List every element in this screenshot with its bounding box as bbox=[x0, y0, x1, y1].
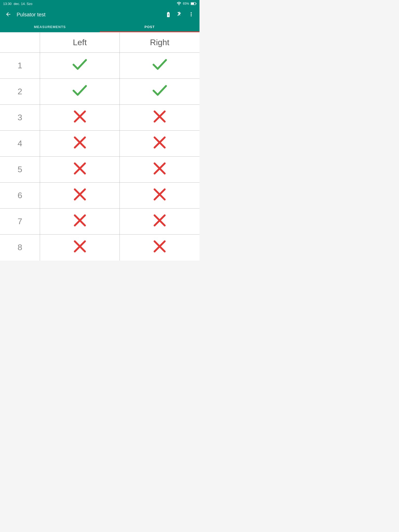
app-title: Pulsator test bbox=[17, 12, 161, 18]
tab-post[interactable]: POST bbox=[100, 22, 200, 32]
right-result bbox=[120, 53, 200, 79]
checkmark-icon bbox=[152, 57, 168, 72]
row-number: 2 bbox=[0, 79, 40, 105]
right-result bbox=[120, 209, 200, 235]
row-number: 4 bbox=[0, 131, 40, 157]
crossmark-icon bbox=[73, 161, 87, 176]
header-right: Right bbox=[120, 32, 200, 53]
bluetooth-off-icon bbox=[177, 11, 182, 17]
right-result bbox=[120, 131, 200, 157]
left-result bbox=[40, 53, 120, 79]
row-number: 5 bbox=[0, 157, 40, 183]
left-result bbox=[40, 105, 120, 131]
wifi-icon bbox=[177, 2, 181, 5]
crossmark-icon bbox=[152, 213, 167, 228]
status-bar: 13:30 dec. 14. Szo 65% bbox=[0, 0, 200, 7]
right-result bbox=[120, 157, 200, 183]
crossmark-icon bbox=[73, 109, 87, 124]
status-time: 13:30 bbox=[3, 2, 12, 6]
table-row: 3 bbox=[0, 105, 200, 131]
left-result bbox=[40, 131, 120, 157]
table-header-row: Left Right bbox=[0, 32, 200, 53]
row-number: 1 bbox=[0, 53, 40, 79]
back-button[interactable] bbox=[4, 10, 12, 19]
row-number: 3 bbox=[0, 105, 40, 131]
results-table-container: Left Right 1 2 3 4 5 bbox=[0, 32, 200, 261]
left-result bbox=[40, 157, 120, 183]
crossmark-icon bbox=[73, 239, 87, 254]
crossmark-icon bbox=[152, 135, 167, 150]
crossmark-icon bbox=[73, 187, 87, 202]
row-number: 6 bbox=[0, 183, 40, 209]
left-result bbox=[40, 209, 120, 235]
svg-rect-3 bbox=[191, 3, 194, 5]
svg-point-0 bbox=[179, 5, 179, 5]
table-row: 7 bbox=[0, 209, 200, 235]
left-result bbox=[40, 235, 120, 261]
tab-measurements[interactable]: MEASUREMENTS bbox=[0, 22, 100, 32]
table-row: 5 bbox=[0, 157, 200, 183]
back-arrow-icon bbox=[5, 11, 11, 17]
left-result bbox=[40, 79, 120, 105]
crossmark-icon bbox=[152, 109, 167, 124]
right-result bbox=[120, 183, 200, 209]
row-number: 8 bbox=[0, 235, 40, 261]
app-bar-actions bbox=[165, 10, 195, 19]
battery-level: 65% bbox=[183, 2, 189, 5]
row-number: 7 bbox=[0, 209, 40, 235]
left-result bbox=[40, 183, 120, 209]
crossmark-icon bbox=[73, 135, 87, 150]
checkmark-icon bbox=[72, 57, 88, 72]
crossmark-icon bbox=[152, 187, 167, 202]
bluetooth-icon bbox=[177, 11, 182, 18]
table-row: 8 bbox=[0, 235, 200, 261]
table-row: 4 bbox=[0, 131, 200, 157]
crossmark-icon bbox=[152, 161, 167, 176]
results-table: Left Right 1 2 3 4 5 bbox=[0, 32, 200, 261]
battery-charging-icon bbox=[165, 11, 171, 18]
right-result bbox=[120, 79, 200, 105]
status-icons: 65% bbox=[177, 2, 196, 5]
header-empty bbox=[0, 32, 40, 53]
more-options-button[interactable] bbox=[187, 10, 195, 19]
svg-rect-2 bbox=[196, 3, 196, 4]
right-result bbox=[120, 105, 200, 131]
right-result bbox=[120, 235, 200, 261]
status-time-date: 13:30 dec. 14. Szo bbox=[3, 2, 32, 6]
checkmark-icon bbox=[152, 83, 168, 98]
crossmark-icon bbox=[73, 213, 87, 228]
crossmark-icon bbox=[152, 239, 167, 254]
table-row: 2 bbox=[0, 79, 200, 105]
status-date: dec. 14. Szo bbox=[14, 2, 32, 6]
tab-bar: MEASUREMENTS POST bbox=[0, 22, 200, 32]
battery-icon bbox=[191, 2, 196, 5]
more-vert-icon bbox=[188, 11, 194, 17]
table-row: 1 bbox=[0, 53, 200, 79]
table-row: 6 bbox=[0, 183, 200, 209]
checkmark-icon bbox=[72, 83, 88, 98]
app-bar: Pulsator test bbox=[0, 7, 200, 22]
header-left: Left bbox=[40, 32, 120, 53]
